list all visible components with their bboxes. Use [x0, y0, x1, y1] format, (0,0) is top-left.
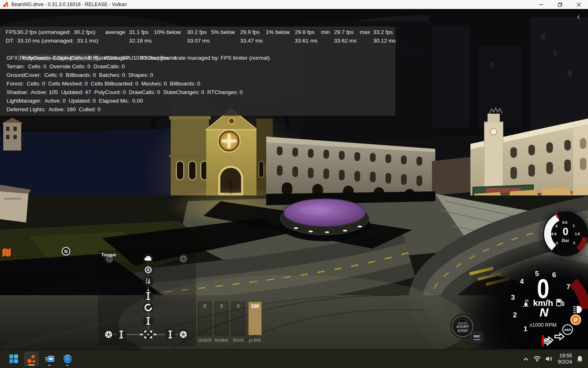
rpm-scale-label: x1000 RPM [530, 322, 556, 328]
rpm-tick: 1 [523, 325, 527, 333]
boost-unit: Bar [562, 238, 569, 243]
rpm-tick: 2 [513, 311, 517, 319]
clutch-icon [145, 267, 151, 273]
boost-tick: 0.5 [562, 220, 568, 224]
volume-icon[interactable] [546, 356, 553, 362]
edge-browser-icon [63, 354, 72, 364]
clutch-bar: 0 [198, 302, 212, 335]
parking-brake-warning-icon: P [570, 314, 581, 325]
deferred-lights-stats-line: Deferred Lights: Active: 160 Culled: 0 [0, 105, 395, 114]
close-icon [577, 2, 581, 7]
window-titlebar: BeamNG.drive - 0.31.3.0.16018 - RELEASE … [0, 0, 588, 9]
boost-tick: 1 [572, 224, 575, 228]
right-turn-signal-icon [555, 333, 564, 340]
map-app-icon[interactable] [2, 248, 11, 258]
desktop-screen: BeamNG.drive - 0.31.3.0.16018 - RELEASE … [0, 0, 588, 368]
beamng-taskbar-icon [27, 354, 36, 364]
rpm-tick: 4 [520, 278, 523, 286]
boost-gauge: 0 0.5 1 1.5 2 -1 -0.5 0 Bar [539, 209, 588, 258]
brake-bar: 0 [215, 302, 228, 335]
shadow-stats-line: Shadow: Active: 105 Updated: 47 PolyCoun… [0, 88, 395, 96]
fuel-icon [557, 299, 564, 306]
parking-brake-bar: 100 [248, 302, 262, 335]
lightmanager-stats-line: LightManager: Active: 0 Updated: 0 Elaps… [0, 96, 395, 105]
performance-graph-line: Performance Graph (ctrl+shift+f)WaitforG… [0, 45, 395, 54]
boost-tick: -0.5 [550, 232, 557, 236]
performance-overlay: FPS: 30.2 fps (unmanaged: 30.2 fps) aver… [0, 27, 395, 116]
esc-hint-underline [474, 339, 480, 341]
pedal-indicators: 0 clutch 0 brake 0 throt 100 p-brk [198, 302, 262, 343]
brake-indicator: 0 brake [215, 302, 228, 343]
dt-stats-row: DT: 33.10 ms (unmanaged: 33.1 ms) 32.18 … [0, 36, 395, 45]
boost-tick: 1.5 [575, 232, 580, 236]
restore-icon [558, 2, 562, 7]
beamng-app-icon [3, 2, 9, 7]
notification-bell-icon[interactable] [577, 355, 583, 363]
purple-pool [279, 199, 370, 241]
parking-brake-indicator: 100 p-brk [248, 302, 262, 343]
drivetrain-diagram [98, 250, 196, 347]
taskbar-launcher-button[interactable] [42, 352, 57, 366]
minimize-icon [539, 2, 543, 7]
rpm-tick: 3 [511, 294, 514, 302]
throttle-bar: 0 [232, 302, 245, 335]
distant-tower [2, 118, 24, 150]
game-viewport[interactable]: FPS: 30.2 fps (unmanaged: 30.2 fps) aver… [0, 9, 588, 349]
fps-label: FPS: [6, 28, 18, 36]
running-indicator [48, 365, 51, 366]
system-tray: 19:55 9/2/24 [523, 353, 583, 365]
boost-tick: 2 [573, 241, 575, 245]
corner-building [0, 185, 31, 222]
compass-north-indicator: N [62, 247, 70, 256]
esc-key-hint[interactable]: ESC [471, 332, 483, 343]
terrain-stats-line: Terrain: Cells: 0 Override Cells: 0 Draw… [0, 62, 395, 71]
running-indicator [28, 364, 35, 366]
taskbar-edge-button[interactable] [60, 352, 75, 366]
tray-chevron-icon[interactable] [523, 357, 529, 361]
clutch-indicator: 0 clutch [198, 302, 212, 343]
gear-indicator: N [539, 305, 548, 319]
headlight-icon [573, 306, 582, 313]
restore-button[interactable] [550, 0, 569, 9]
rpm-tick: 6 [552, 271, 556, 279]
wifi-icon[interactable] [533, 356, 541, 362]
taskbar: 19:55 9/2/24 [0, 349, 588, 368]
boost-tick: 0 [555, 224, 557, 228]
engine-start-stop-button[interactable]: ENGINE START STOP [452, 315, 474, 337]
throttle-indicator: 0 throt [232, 302, 245, 343]
rpm-tick: 7 [566, 283, 570, 291]
window-controls [532, 0, 588, 9]
abs-warning-icon: ABS [562, 324, 573, 335]
close-button[interactable] [569, 0, 588, 9]
torque-panel-title: Torque [101, 252, 116, 257]
taskbar-apps [6, 352, 75, 366]
boost-value: 0 [563, 226, 568, 238]
launcher-icon [45, 355, 54, 364]
coolant-temp-icon [523, 299, 529, 306]
collapse-panel-chevron-icon[interactable]: ‹ [577, 11, 580, 21]
groundcover-stats-line: GroundCover: Cells: 0 Billboards: 0 Batc… [0, 71, 395, 79]
taskbar-beamng-button[interactable] [24, 352, 39, 366]
windows-logo-icon [9, 355, 18, 363]
taskbar-clock[interactable]: 19:55 9/2/24 [558, 353, 572, 365]
dt-label: DT: [6, 36, 14, 45]
window-title: BeamNG.drive - 0.31.3.0.16018 - RELEASE … [11, 2, 127, 7]
running-indicator [66, 365, 69, 366]
redline-arc [573, 283, 586, 309]
start-button[interactable] [6, 352, 21, 366]
forest-stats-line: Forest: Cells: 0 Cells Meshed: 0 Cells B… [0, 79, 395, 88]
compass-north-label: N [65, 249, 68, 254]
minimize-button[interactable] [532, 0, 550, 9]
torque-panel: Torque [98, 250, 196, 347]
tachometer-needle [542, 335, 544, 346]
key-slot [461, 320, 465, 321]
clock-time: 19:55 [558, 353, 572, 359]
tachometer-cluster: 1 2 3 4 5 6 7 0 km/h N x1000 RPM P ABS [506, 262, 588, 349]
clock-date: 9/2/24 [558, 359, 572, 365]
boost-tick: -1 [555, 241, 558, 245]
fps-stats-row: FPS: 30.2 fps (unmanaged: 30.2 fps) aver… [0, 28, 395, 36]
